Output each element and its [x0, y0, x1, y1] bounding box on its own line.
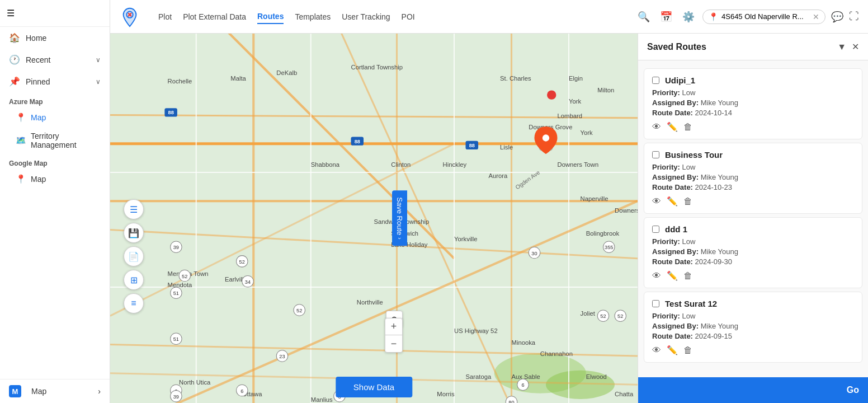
address-search-input[interactable]	[721, 12, 809, 21]
svg-text:Naperville: Naperville	[581, 195, 608, 202]
route-view-button[interactable]: 👁	[652, 196, 661, 207]
sidebar-item-recent[interactable]: 🕐 Recent ∨	[0, 49, 110, 71]
route-item-header: ddd 1	[652, 224, 854, 234]
expand-button[interactable]: ⛶	[849, 11, 859, 22]
save-tool-button[interactable]: 💾	[124, 223, 144, 243]
svg-text:North Utica: North Utica	[179, 379, 211, 386]
grid-tool-button[interactable]: ⊞	[124, 270, 144, 290]
recent-icon: 🕐	[9, 54, 20, 65]
route-view-button[interactable]: 👁	[652, 121, 661, 132]
svg-text:39: 39	[173, 245, 179, 250]
nav-poi[interactable]: POI	[402, 10, 415, 24]
route-name: Udipi_1	[665, 76, 695, 85]
filter-button[interactable]: ▼	[837, 42, 846, 52]
nav-templates[interactable]: Templates	[295, 10, 331, 24]
save-route-chevron-icon: ›	[397, 237, 403, 239]
chat-button[interactable]: 💬	[831, 11, 843, 23]
svg-point-108	[547, 90, 556, 99]
zoom-in-button[interactable]: +	[385, 318, 402, 335]
sidebar-item-label: Pinned	[26, 77, 50, 86]
sidebar-bottom-map[interactable]: M Map ›	[0, 379, 110, 403]
route-name: ddd 1	[665, 224, 687, 234]
nav-user-tracking[interactable]: User Tracking	[342, 10, 390, 24]
svg-text:34: 34	[245, 279, 251, 285]
route-delete-button[interactable]: 🗑	[683, 270, 692, 281]
route-edit-button[interactable]: ✏️	[667, 121, 678, 132]
chevron-right-icon: ›	[98, 387, 101, 396]
nav-plot-external[interactable]: Plot External Data	[183, 10, 246, 24]
bullet-list-tool-button[interactable]: ≡	[124, 293, 144, 313]
svg-text:39: 39	[173, 394, 179, 400]
nav-routes[interactable]: Routes	[257, 10, 284, 24]
route-item-header: Business Tour	[652, 150, 854, 160]
route-delete-button[interactable]: 🗑	[683, 345, 692, 355]
save-route-tab[interactable]: Save Route ›	[392, 190, 407, 246]
svg-text:York: York	[581, 129, 593, 136]
route-view-button[interactable]: 👁	[652, 270, 661, 281]
svg-text:51: 51	[173, 290, 179, 296]
search-button[interactable]: 🔍	[635, 8, 652, 25]
svg-text:6: 6	[240, 388, 243, 394]
svg-text:Downers Town: Downers Town	[558, 161, 599, 168]
map-pin-icon: 📍	[16, 174, 26, 184]
sidebar-item-territory-management[interactable]: 🗺️ Territory Management	[0, 127, 110, 154]
address-search-bar[interactable]: 📍 ✕	[702, 10, 825, 24]
content-row: 88 88 88 Rochelle Malta DeKalb Cortland …	[110, 34, 868, 403]
save-route-label: Save Route	[395, 197, 404, 235]
route-assigned-by: Assigned By: Mike Young	[652, 247, 854, 256]
svg-text:St. Charles: St. Charles	[500, 75, 531, 82]
topbar-actions: 🔍 📅 ⚙️ 📍 ✕ 💬 ⛶	[635, 8, 859, 25]
svg-text:US Highway 52: US Highway 52	[454, 327, 498, 334]
show-data-button[interactable]: Show Data	[336, 377, 412, 397]
svg-text:88: 88	[355, 139, 360, 144]
route-checkbox-0[interactable]	[652, 77, 659, 84]
route-assigned-by: Assigned By: Mike Young	[652, 99, 854, 107]
sidebar-item-home[interactable]: 🏠 Home	[0, 27, 110, 49]
svg-text:Aurora: Aurora	[489, 172, 508, 179]
route-checkbox-2[interactable]	[652, 226, 659, 233]
list-tool-button[interactable]: ☰	[124, 199, 144, 219]
route-view-button[interactable]: 👁	[652, 345, 661, 355]
svg-text:Mendota: Mendota	[168, 282, 193, 288]
sidebar-item-google-map[interactable]: 📍 Map	[0, 170, 110, 189]
topbar: Plot Plot External Data Routes Templates…	[110, 0, 868, 34]
sidebar-item-azure-map[interactable]: 📍 Map	[0, 108, 110, 127]
route-edit-button[interactable]: ✏️	[667, 196, 678, 207]
document-tool-button[interactable]: 📄	[124, 246, 144, 266]
svg-text:52: 52	[296, 308, 302, 313]
settings-button[interactable]: ⚙️	[680, 8, 697, 25]
sidebar-item-label: Home	[26, 34, 46, 43]
route-actions: 👁 ✏️ 🗑	[652, 270, 854, 281]
svg-text:Rochelle: Rochelle	[168, 78, 192, 85]
go-button[interactable]: Go	[847, 385, 859, 395]
map-area[interactable]: 88 88 88 Rochelle Malta DeKalb Cortland …	[110, 34, 638, 403]
route-checkbox-1[interactable]	[652, 151, 659, 158]
panel-header: Saved Routes ▼ ✕	[638, 34, 868, 60]
route-edit-button[interactable]: ✏️	[667, 345, 678, 355]
route-assigned-by: Assigned By: Mike Young	[652, 173, 854, 181]
route-checkbox-3[interactable]	[652, 300, 659, 307]
svg-text:Clinton: Clinton	[391, 161, 411, 168]
svg-text:Hinckley: Hinckley	[443, 161, 467, 168]
hamburger-icon[interactable]: ☰	[7, 8, 15, 18]
svg-text:Northville: Northville	[357, 299, 383, 306]
route-actions: 👁 ✏️ 🗑	[652, 196, 854, 207]
svg-text:355: 355	[605, 245, 613, 250]
svg-text:Chatta: Chatta	[615, 391, 634, 397]
svg-text:Elwood: Elwood	[586, 373, 607, 380]
svg-text:Malta: Malta	[230, 75, 246, 82]
route-delete-button[interactable]: 🗑	[683, 121, 692, 132]
route-delete-button[interactable]: 🗑	[683, 196, 692, 207]
sidebar-item-pinned[interactable]: 📌 Pinned ∨	[0, 71, 110, 92]
zoom-out-button[interactable]: −	[385, 335, 402, 352]
calendar-button[interactable]: 📅	[658, 8, 674, 25]
nav-plot[interactable]: Plot	[158, 10, 172, 24]
route-priority: Priority: Low	[652, 163, 854, 171]
route-name: Test Surat 12	[665, 299, 717, 308]
route-edit-button[interactable]: ✏️	[667, 270, 678, 281]
close-panel-button[interactable]: ✕	[852, 41, 859, 52]
routes-list: Udipi_1 Priority: Low Assigned By: Mike …	[638, 60, 868, 377]
route-assigned-by: Assigned By: Mike Young	[652, 322, 854, 330]
app-logo	[119, 6, 140, 27]
clear-search-button[interactable]: ✕	[813, 12, 819, 21]
